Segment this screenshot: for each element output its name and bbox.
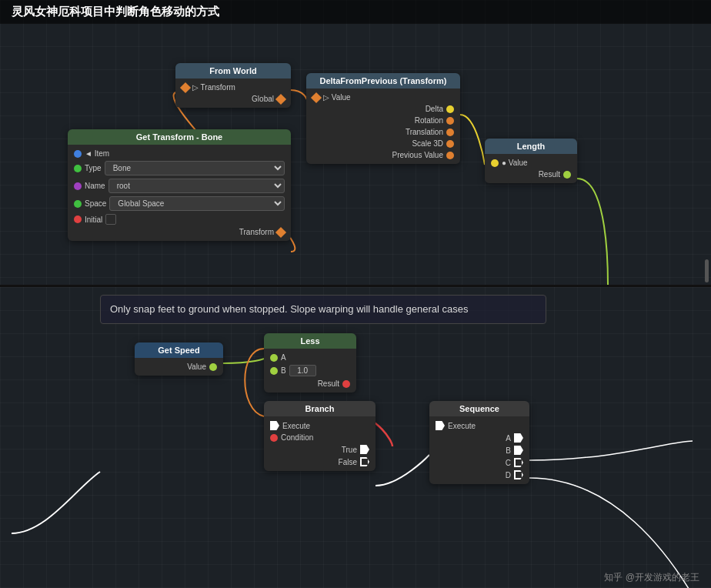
less-node: Less A B 1.0 Result	[264, 333, 356, 393]
less-a-pin	[270, 354, 278, 362]
seq-c-out	[514, 458, 523, 467]
bone-transform-out-row: Transform	[68, 226, 291, 238]
space-pin	[74, 200, 82, 208]
transform-pin	[180, 82, 191, 92]
less-result-row: Result	[264, 378, 356, 389]
get-speed-header: Get Speed	[135, 342, 223, 358]
delta-value-row: ▷ Value	[306, 92, 460, 103]
bone-type-row: Type Bone	[68, 159, 291, 177]
bone-name-row: Name root	[68, 177, 291, 195]
branch-execute-row: Execute	[264, 419, 376, 432]
translation-out	[446, 129, 454, 136]
type-select[interactable]: Bone	[105, 161, 285, 175]
delta-scale3d-row: Scale 3D	[306, 138, 460, 149]
less-a-row: A	[264, 352, 356, 363]
less-result-out	[342, 380, 350, 388]
from-world-global-row: Global	[175, 93, 291, 105]
bottom-panel: Only snap feet to ground when stopped. S…	[0, 287, 711, 588]
delta-from-previous-node: DeltaFromPrevious (Transform) ▷ Value De…	[306, 73, 460, 164]
top-panel: 灵风女神厄科项目中判断角色移动的方式 From World ▷ Transfor…	[0, 0, 711, 285]
page-title: 灵风女神厄科项目中判断角色移动的方式	[12, 5, 219, 18]
sequence-node: Sequence Execute A B C D	[429, 401, 529, 484]
comment-text: Only snap feet to ground when stopped. S…	[110, 303, 468, 315]
branch-false-row: False	[264, 456, 376, 468]
sequence-d-row: D	[429, 469, 529, 481]
sequence-b-row: B	[429, 444, 529, 456]
length-value-pin	[491, 159, 499, 167]
sequence-c-row: C	[429, 456, 529, 469]
from-world-node: From World ▷ Transform Global	[175, 63, 291, 108]
sequence-exec-in	[436, 421, 445, 430]
bone-space-row: Space Global Space	[68, 195, 291, 212]
delta-out	[446, 105, 454, 113]
name-select[interactable]: root	[108, 179, 285, 193]
branch-header: Branch	[264, 401, 376, 416]
from-world-transform-row: ▷ Transform	[175, 82, 291, 93]
sequence-header: Sequence	[429, 401, 529, 416]
name-pin	[74, 182, 82, 190]
transform-out-pin	[275, 226, 286, 237]
scale3d-out	[446, 140, 454, 148]
delta-delta-row: Delta	[306, 103, 460, 115]
initial-checkbox[interactable]	[105, 214, 116, 225]
item-pin	[74, 150, 82, 158]
length-value-row: ● Value	[485, 157, 577, 169]
branch-false-out	[360, 457, 369, 466]
branch-node: Branch Execute Condition True False	[264, 401, 376, 471]
get-transform-bone-node: Get Transform - Bone ◄ Item Type Bone Na…	[68, 129, 291, 241]
global-out-pin	[275, 93, 286, 104]
less-b-row: B 1.0	[264, 363, 356, 378]
delta-prevvalue-row: Previous Value	[306, 149, 460, 161]
branch-true-out	[360, 445, 369, 454]
bone-initial-row: Initial	[68, 212, 291, 226]
length-result-row: Result	[485, 169, 577, 180]
get-speed-value-row: Value	[135, 361, 223, 373]
bone-item-row: ◄ Item	[68, 148, 291, 159]
delta-translation-row: Translation	[306, 126, 460, 138]
scrollbar[interactable]	[705, 259, 709, 282]
less-b-input[interactable]: 1.0	[289, 365, 316, 376]
length-node: Length ● Value Result	[485, 139, 577, 183]
less-b-pin	[270, 367, 278, 375]
length-header: Length	[485, 139, 577, 154]
comment-box: Only snap feet to ground when stopped. S…	[100, 295, 546, 324]
bone-header: Get Transform - Bone	[68, 129, 291, 145]
delta-rotation-row: Rotation	[306, 115, 460, 126]
speed-value-out	[209, 363, 217, 371]
prevvalue-out	[446, 152, 454, 159]
get-speed-node: Get Speed Value	[135, 342, 223, 376]
less-header: Less	[264, 333, 356, 349]
seq-b-out	[514, 446, 523, 455]
delta-value-in	[311, 92, 322, 102]
branch-true-row: True	[264, 443, 376, 456]
sequence-execute-row: Execute	[429, 419, 529, 432]
result-pin	[563, 171, 571, 179]
title-bar: 灵风女神厄科项目中判断角色移动的方式	[0, 0, 711, 24]
sequence-a-row: A	[429, 432, 529, 444]
from-world-header: From World	[175, 63, 291, 79]
seq-d-out	[514, 470, 523, 479]
rotation-out	[446, 117, 454, 125]
branch-condition-row: Condition	[264, 432, 376, 443]
watermark: 知乎 @开发游戏的老王	[604, 571, 699, 584]
branch-condition-pin	[270, 434, 278, 442]
initial-pin	[74, 215, 82, 223]
branch-exec-in	[270, 421, 279, 430]
delta-header: DeltaFromPrevious (Transform)	[306, 73, 460, 89]
seq-a-out	[514, 433, 523, 443]
space-select[interactable]: Global Space	[109, 196, 285, 211]
type-pin	[74, 165, 82, 172]
